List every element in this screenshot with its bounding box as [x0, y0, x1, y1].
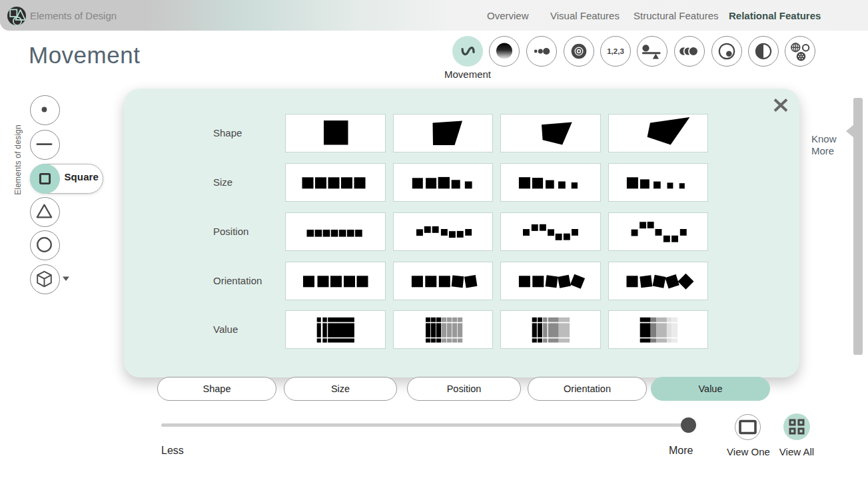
- svg-text:1,2,3: 1,2,3: [607, 47, 624, 55]
